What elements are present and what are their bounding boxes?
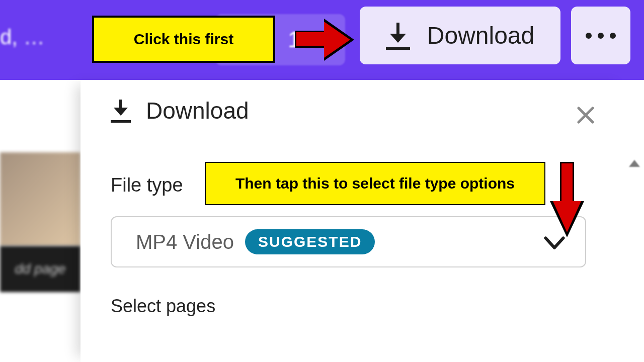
scrollbar-up-arrow[interactable] <box>629 160 640 167</box>
select-pages-label: Select pages <box>111 296 609 317</box>
add-page-button[interactable]: dd page <box>0 246 80 292</box>
download-panel: Download File type MP4 Video SUGGESTED S… <box>80 80 629 362</box>
dots-icon <box>586 33 592 39</box>
panel-title: Download <box>146 97 249 124</box>
page-thumbnail[interactable] <box>0 152 80 246</box>
annotation-arrow-down <box>552 162 582 240</box>
project-title-truncated: d, … <box>0 25 45 49</box>
download-button[interactable]: Download <box>360 7 560 64</box>
download-icon <box>386 22 410 50</box>
suggested-badge: SUGGESTED <box>245 229 375 254</box>
annotation-arrow-right <box>295 20 355 59</box>
download-icon <box>111 99 131 123</box>
file-type-select[interactable]: MP4 Video SUGGESTED <box>111 216 586 267</box>
download-button-label: Download <box>427 22 534 49</box>
annotation-callout-first: Click this first <box>92 16 275 63</box>
more-options-button[interactable] <box>571 7 630 64</box>
annotation-callout-second: Then tap this to select file type option… <box>205 162 545 205</box>
close-button[interactable] <box>573 102 599 128</box>
close-icon <box>575 105 596 126</box>
file-type-value: MP4 Video <box>136 231 234 253</box>
